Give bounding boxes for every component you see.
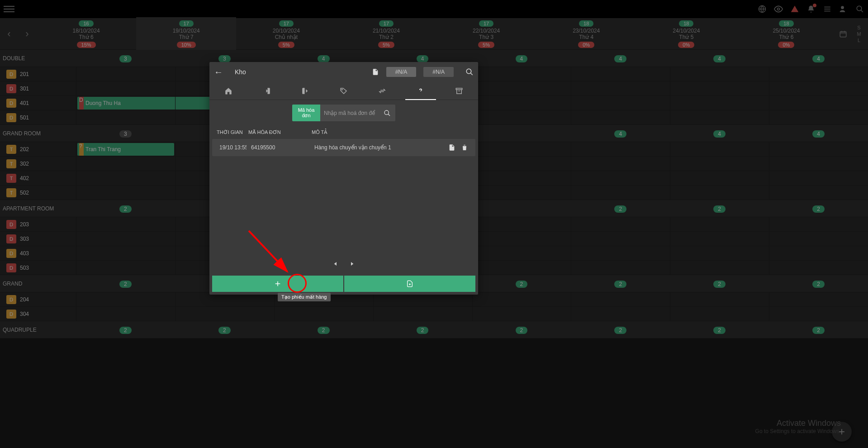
tab-home-icon[interactable] [209, 82, 248, 100]
modal-search-icon[interactable] [465, 68, 474, 76]
tab-out-icon[interactable] [286, 82, 325, 100]
pager [209, 255, 478, 273]
modal-title: Kho [235, 68, 246, 76]
tooltip: Tạo phiếu mất hàng [278, 293, 331, 301]
pager-last-icon[interactable] [349, 260, 356, 267]
modal-tabs [209, 82, 478, 100]
kho-modal: ← Kho #N/A #N/A Mã hóa đơn THỜI GIAN MÃ … [209, 62, 478, 295]
pager-first-icon[interactable] [331, 260, 338, 267]
th-time: THỜI GIAN [217, 129, 244, 135]
tab-in-icon[interactable] [248, 82, 286, 100]
create-document-button[interactable] [344, 276, 475, 292]
create-lost-item-button[interactable] [212, 276, 343, 292]
td-time: 19/10 13:55 [219, 144, 247, 151]
th-desc: MÔ TẢ [312, 129, 471, 135]
svg-point-5 [466, 69, 471, 74]
svg-point-6 [342, 89, 343, 90]
document-icon[interactable] [372, 68, 379, 76]
invoice-search-bar: Mã hóa đơn [209, 100, 478, 126]
table-header: THỜI GIAN MÃ HÓA ĐƠN MÔ TẢ [209, 126, 478, 139]
tab-tag-icon[interactable] [325, 82, 363, 100]
delete-icon[interactable] [461, 143, 468, 152]
invoice-search-button[interactable] [379, 110, 395, 117]
svg-point-8 [384, 110, 389, 114]
modal-header: ← Kho #N/A #N/A [209, 62, 478, 82]
invoice-search-input[interactable] [320, 106, 379, 120]
td-desc: Hàng hóa chuyển vận chuyển 1 [314, 144, 444, 151]
tab-question-icon[interactable] [401, 82, 440, 100]
search-label: Mã hóa đơn [292, 105, 320, 121]
th-code: MÃ HÓA ĐƠN [248, 129, 307, 135]
modal-actions [209, 273, 478, 295]
copy-icon[interactable] [448, 143, 455, 152]
tab-swap-icon[interactable] [363, 82, 401, 100]
na-badge-1[interactable]: #N/A [386, 67, 417, 77]
svg-rect-7 [456, 88, 462, 90]
table-row[interactable]: 19/10 13:55 64195500 Hàng hóa chuyển vận… [212, 139, 475, 156]
tab-archive-icon[interactable] [440, 82, 478, 100]
back-arrow-icon[interactable]: ← [214, 67, 223, 77]
na-badge-2[interactable]: #N/A [423, 67, 454, 77]
td-code: 64195500 [251, 144, 310, 151]
